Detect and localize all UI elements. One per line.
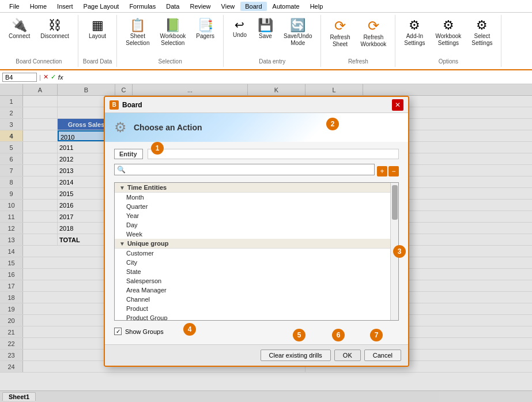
unique-group-header[interactable]: ▼ Unique group	[115, 239, 398, 249]
ribbon-group-refresh: ⟳ RefreshSheet ⟳ RefreshWorkbook Refresh	[321, 15, 395, 67]
select-settings-button[interactable]: ⚙ SelectSettings	[467, 17, 496, 48]
dialog-close-button[interactable]: ✕	[392, 99, 403, 111]
workbook-selection-button[interactable]: 📗 WorkbookSelection	[156, 17, 190, 48]
dialog-title: Board	[122, 101, 142, 109]
menu-home[interactable]: Home	[25, 2, 51, 11]
spreadsheet-area: A B C ... K L 1 2 3	[0, 84, 532, 402]
list-item[interactable]: City	[115, 258, 398, 267]
refresh-workbook-label: RefreshWorkbook	[360, 34, 386, 48]
board-connection-group-label: Board Connection	[16, 56, 62, 65]
disconnect-icon: ⛓	[48, 19, 61, 32]
cancel-formula-icon[interactable]: ✕	[43, 73, 48, 81]
workbook-settings-icon: ⚙	[443, 19, 454, 32]
ribbon-group-options: ⚙ Add-InSettings ⚙ WorkbookSettings ⚙ Se…	[395, 15, 501, 67]
list-item[interactable]: Week	[115, 230, 398, 239]
menu-help[interactable]: Help	[305, 2, 328, 11]
add-in-settings-button[interactable]: ⚙ Add-InSettings	[400, 17, 429, 48]
undo-icon: ↩	[235, 19, 244, 31]
name-box[interactable]	[2, 73, 37, 82]
pagers-label: Pagers	[196, 33, 214, 40]
connect-label: Connect	[9, 33, 30, 40]
menu-board[interactable]: Board	[240, 2, 266, 11]
disconnect-label: Disconnect	[40, 33, 69, 40]
search-input[interactable]	[128, 166, 372, 173]
list-item[interactable]: Month	[115, 193, 398, 202]
dialog-footer: 5 6 7 Clear existing drills OK Cancel	[105, 344, 408, 366]
annotation-6: 6	[332, 329, 345, 341]
undo-button[interactable]: ↩ Undo	[228, 17, 251, 40]
menu-page-layout[interactable]: Page Layout	[79, 2, 124, 11]
menu-file[interactable]: File	[5, 2, 24, 11]
save-label: Save	[259, 33, 272, 40]
annotation-4: 4	[183, 323, 196, 336]
function-icon[interactable]: fx	[58, 74, 63, 81]
list-item[interactable]: Quarter	[115, 202, 398, 211]
time-entities-label: Time Entities	[127, 184, 167, 191]
save-undo-mode-button[interactable]: 🔄 Save/UndoMode	[280, 17, 316, 48]
connect-icon: 🔌	[12, 19, 27, 32]
list-item[interactable]: Product	[115, 304, 398, 313]
formula-input[interactable]	[65, 74, 530, 81]
formula-separator: |	[39, 74, 41, 81]
list-item[interactable]: Day	[115, 220, 398, 230]
entity-label: Entity	[114, 149, 143, 159]
list-item[interactable]: Year	[115, 211, 398, 220]
refresh-sheet-button[interactable]: ⟳ RefreshSheet	[326, 17, 354, 50]
unique-group-label: Unique group	[127, 240, 169, 247]
banner-title: Choose an Action	[134, 123, 202, 132]
scrollbar-thumb[interactable]	[392, 185, 398, 220]
list-item[interactable]: Channel	[115, 295, 398, 304]
sheet-selection-label: SheetSelection	[126, 33, 149, 47]
list-item[interactable]: Salesperson	[115, 276, 398, 285]
show-groups-checkbox[interactable]: ✓	[114, 328, 122, 335]
refresh-workbook-button[interactable]: ⟳ RefreshWorkbook	[356, 17, 390, 50]
menu-automate[interactable]: Automate	[268, 2, 304, 11]
list-item[interactable]: Customer	[115, 249, 398, 258]
annotation-5: 5	[293, 329, 305, 341]
refresh-workbook-icon: ⟳	[368, 19, 379, 33]
banner-gear-icon: ⚙	[114, 119, 127, 136]
connect-button[interactable]: 🔌 Connect	[5, 17, 34, 42]
layout-button[interactable]: ▦ Layout	[85, 17, 110, 42]
annotation-1: 1	[151, 142, 164, 155]
ribbon-group-board-connection: 🔌 Connect ⛓ Disconnect Board Connection	[0, 15, 78, 67]
menu-review[interactable]: Review	[185, 2, 215, 11]
ribbon: 🔌 Connect ⛓ Disconnect Board Connection …	[0, 13, 532, 70]
refresh-sheet-label: RefreshSheet	[330, 34, 350, 48]
entity-input[interactable]	[148, 149, 399, 159]
pagers-button[interactable]: 📑 Pagers	[192, 17, 218, 42]
undo-label: Undo	[233, 32, 247, 39]
select-settings-icon: ⚙	[476, 19, 488, 32]
save-button[interactable]: 💾 Save	[254, 17, 277, 42]
search-row: 🔍	[114, 164, 375, 175]
clear-drills-button[interactable]: Clear existing drills	[261, 350, 331, 361]
ok-button[interactable]: OK	[334, 350, 361, 361]
time-entities-group-header[interactable]: ▼ Time Entities	[115, 183, 398, 193]
menu-data[interactable]: Data	[161, 2, 184, 11]
annotation-7: 7	[370, 329, 383, 341]
list-item[interactable]: State	[115, 267, 398, 276]
cancel-button[interactable]: Cancel	[364, 350, 401, 361]
list-item[interactable]: Product Group	[115, 313, 398, 321]
menu-insert[interactable]: Insert	[52, 2, 78, 11]
show-groups-label: Show Groups	[125, 328, 164, 335]
save-icon: 💾	[258, 19, 273, 32]
menu-formulas[interactable]: Formulas	[124, 2, 160, 11]
sheet-selection-button[interactable]: 📋 SheetSelection	[122, 17, 153, 48]
disconnect-button[interactable]: ⛓ Disconnect	[36, 17, 73, 42]
workbook-settings-button[interactable]: ⚙ WorkbookSettings	[431, 17, 465, 48]
menu-bar: File Home Insert Page Layout Formulas Da…	[0, 0, 532, 13]
workbook-settings-label: WorkbookSettings	[435, 33, 461, 47]
menu-view[interactable]: View	[217, 2, 240, 11]
dialog-body: Entity 1 🔍 + −	[105, 142, 408, 344]
add-button[interactable]: +	[377, 166, 387, 176]
sheet-selection-icon: 📋	[130, 19, 145, 32]
add-remove-buttons: + −	[377, 166, 399, 176]
layout-icon: ▦	[92, 19, 104, 32]
pagers-icon: 📑	[198, 19, 213, 32]
annotation-2: 2	[326, 118, 339, 130]
list-item[interactable]: Area Manager	[115, 285, 398, 295]
dialog-app-icon: B	[110, 100, 119, 110]
confirm-formula-icon[interactable]: ✓	[51, 73, 56, 81]
remove-button[interactable]: −	[388, 166, 399, 176]
